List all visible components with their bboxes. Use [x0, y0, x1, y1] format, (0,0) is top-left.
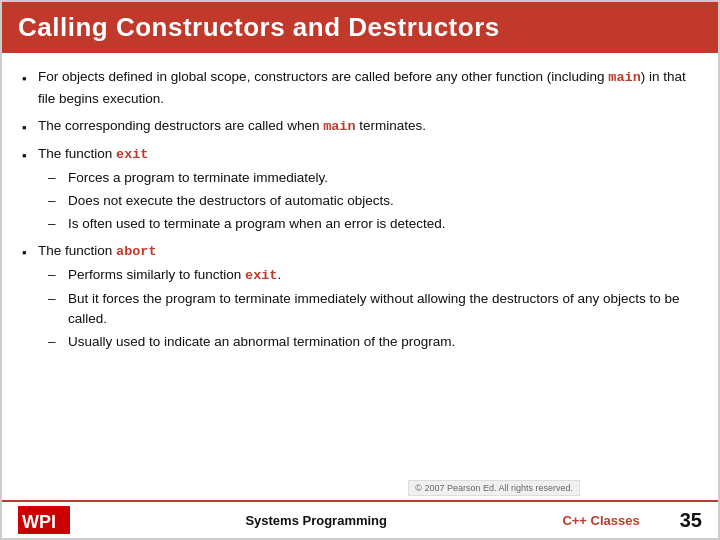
footer-right-label: C++ Classes: [562, 513, 639, 528]
sub-bullet-3-3: – Is often used to terminate a program w…: [48, 214, 698, 235]
sub-bullet-3-1: – Forces a program to terminate immediat…: [48, 168, 698, 189]
sub-bullets-4: – Performs similarly to function exit. –…: [48, 265, 698, 354]
sub-bullet-4-3: – Usually used to indicate an abnormal t…: [48, 332, 698, 353]
abort-highlight: abort: [116, 244, 157, 259]
exit-highlight-1: exit: [116, 147, 148, 162]
slide-content: ▪ For objects defined in global scope, c…: [2, 53, 718, 500]
slide-footer: WPI Systems Programming C++ Classes 35: [2, 500, 718, 538]
bullet-2: ▪ The corresponding destructors are call…: [22, 116, 698, 138]
bullet-dot-3: ▪: [22, 146, 32, 235]
copyright-notice: © 2007 Pearson Ed. All rights reserved.: [408, 480, 580, 496]
bullet-4: ▪ The function abort – Performs similarl…: [22, 241, 698, 354]
bullet-dot-1: ▪: [22, 69, 32, 110]
bullet-1: ▪ For objects defined in global scope, c…: [22, 67, 698, 110]
svg-text:WPI: WPI: [22, 512, 56, 532]
main-highlight-2: main: [323, 119, 355, 134]
bullet-text-2: The corresponding destructors are called…: [38, 116, 698, 138]
bullet-text-1: For objects defined in global scope, con…: [38, 67, 698, 110]
main-highlight-1: main: [608, 70, 640, 85]
exit-highlight-2: exit: [245, 268, 277, 283]
bullet-3: ▪ The function exit – Forces a program t…: [22, 144, 698, 235]
sub-bullet-3-2: – Does not execute the destructors of au…: [48, 191, 698, 212]
bullet-dot-4: ▪: [22, 243, 32, 354]
page-number: 35: [680, 509, 702, 532]
sub-bullet-4-1: – Performs similarly to function exit.: [48, 265, 698, 287]
bullet-text-3: The function exit – Forces a program to …: [38, 144, 698, 235]
footer-center-label: Systems Programming: [245, 513, 387, 528]
slide-title: Calling Constructors and Destructors: [2, 2, 718, 53]
wpi-logo: WPI: [18, 506, 70, 534]
sub-bullets-3: – Forces a program to terminate immediat…: [48, 168, 698, 235]
sub-bullet-4-2: – But it forces the program to terminate…: [48, 289, 698, 331]
bullet-dot-2: ▪: [22, 118, 32, 138]
bullet-text-4: The function abort – Performs similarly …: [38, 241, 698, 354]
